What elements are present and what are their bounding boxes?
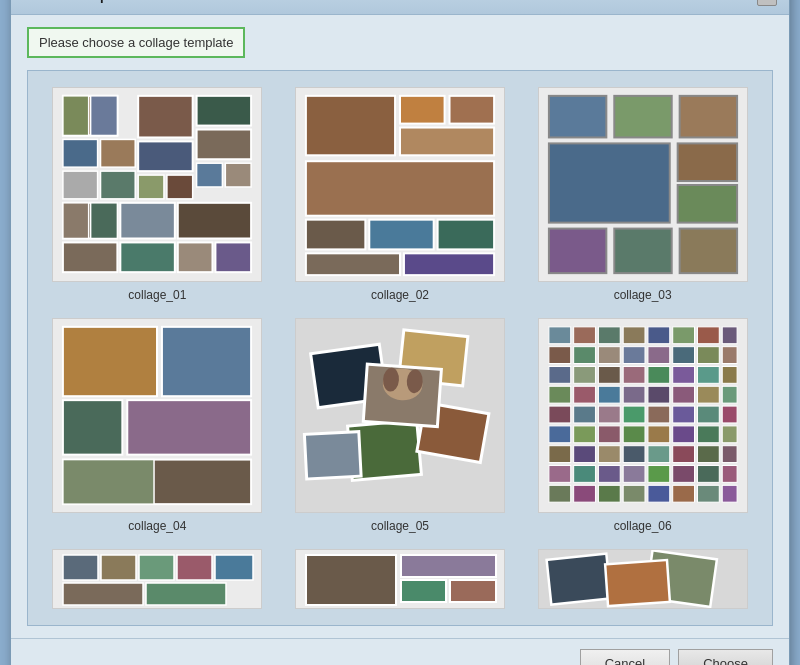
svg-rect-36 [404,253,494,275]
svg-rect-134 [672,485,694,502]
svg-rect-68 [623,326,645,343]
template-label-05: collage_05 [371,519,429,533]
template-thumbnail-04[interactable] [52,318,262,513]
svg-rect-101 [648,406,670,423]
svg-rect-110 [672,425,694,442]
content-area: Please choose a collage template [11,15,789,638]
list-item[interactable]: collage_03 [529,87,756,302]
svg-rect-114 [573,445,595,462]
svg-rect-116 [623,445,645,462]
cancel-button[interactable]: Cancel [580,649,670,666]
list-item[interactable] [529,549,756,609]
svg-rect-85 [648,366,670,383]
svg-rect-41 [549,143,670,222]
svg-rect-138 [63,555,98,580]
svg-rect-34 [438,219,494,249]
template-scroll-area[interactable]: collage_01 [27,70,773,626]
svg-rect-129 [549,485,571,502]
svg-rect-118 [672,445,694,462]
close-button[interactable]: × [757,0,777,6]
svg-rect-15 [197,163,223,187]
svg-rect-84 [623,366,645,383]
svg-rect-113 [549,445,571,462]
svg-rect-25 [216,242,252,272]
svg-rect-71 [697,326,719,343]
svg-rect-93 [648,386,670,403]
svg-rect-107 [598,425,620,442]
template-label-03: collage_03 [614,288,672,302]
list-item[interactable] [287,549,514,609]
svg-rect-70 [672,326,694,343]
choose-button[interactable]: Choose [678,649,773,666]
svg-rect-153 [605,559,670,605]
svg-rect-99 [598,406,620,423]
svg-rect-42 [677,143,736,181]
svg-rect-27 [306,95,395,154]
svg-rect-92 [623,386,645,403]
svg-rect-106 [573,425,595,442]
list-item[interactable]: collage_05 [287,318,514,533]
svg-rect-124 [623,465,645,482]
template-thumbnail-02[interactable] [295,87,505,282]
template-thumbnail-09-partial[interactable] [538,549,748,609]
svg-rect-90 [573,386,595,403]
list-item[interactable]: collage_02 [287,87,514,302]
svg-rect-30 [400,127,494,155]
svg-rect-29 [450,95,495,123]
svg-rect-8 [101,171,136,199]
svg-rect-13 [197,95,251,125]
svg-rect-73 [549,346,571,363]
svg-rect-109 [648,425,670,442]
svg-rect-102 [672,406,694,423]
svg-rect-119 [697,445,719,462]
svg-rect-59 [304,431,361,478]
svg-rect-45 [614,228,671,273]
svg-rect-51 [128,400,252,454]
svg-rect-35 [306,253,400,275]
svg-rect-21 [178,202,251,238]
list-item[interactable] [44,549,271,609]
svg-rect-33 [369,219,433,249]
list-item[interactable]: collage_04 [44,318,271,533]
svg-rect-140 [139,555,174,580]
template-thumbnail-06[interactable]: /* inline grid */ [538,318,748,513]
template-thumbnail-03[interactable] [538,87,748,282]
svg-rect-143 [63,583,143,605]
list-item[interactable]: collage_01 [44,87,271,302]
svg-rect-94 [672,386,694,403]
dialog-title: Choose Template [23,0,130,3]
svg-rect-18 [63,202,89,238]
svg-rect-144 [146,583,226,605]
svg-rect-78 [672,346,694,363]
template-thumbnail-08-partial[interactable] [295,549,505,609]
svg-rect-91 [598,386,620,403]
svg-rect-24 [178,242,213,272]
svg-rect-86 [672,366,694,383]
svg-rect-83 [598,366,620,383]
svg-rect-133 [648,485,670,502]
svg-rect-14 [197,129,251,159]
svg-rect-16 [226,163,252,187]
svg-rect-69 [648,326,670,343]
svg-rect-147 [401,555,496,577]
template-thumbnail-07-partial[interactable] [52,549,262,609]
svg-rect-50 [63,400,122,454]
svg-rect-127 [697,465,719,482]
svg-rect-40 [679,95,736,137]
svg-rect-139 [101,555,136,580]
svg-rect-10 [139,141,193,171]
svg-rect-22 [63,242,117,272]
svg-rect-136 [722,485,737,502]
svg-rect-128 [722,465,737,482]
template-thumbnail-05[interactable] [295,318,505,513]
svg-rect-126 [672,465,694,482]
svg-rect-131 [598,485,620,502]
template-thumbnail-01[interactable] [52,87,262,282]
template-grid: collage_01 [28,71,772,625]
svg-rect-141 [177,555,212,580]
svg-rect-100 [623,406,645,423]
svg-rect-43 [677,184,736,222]
list-item[interactable]: /* inline grid */ [529,318,756,533]
svg-rect-146 [306,555,396,605]
svg-rect-87 [697,366,719,383]
